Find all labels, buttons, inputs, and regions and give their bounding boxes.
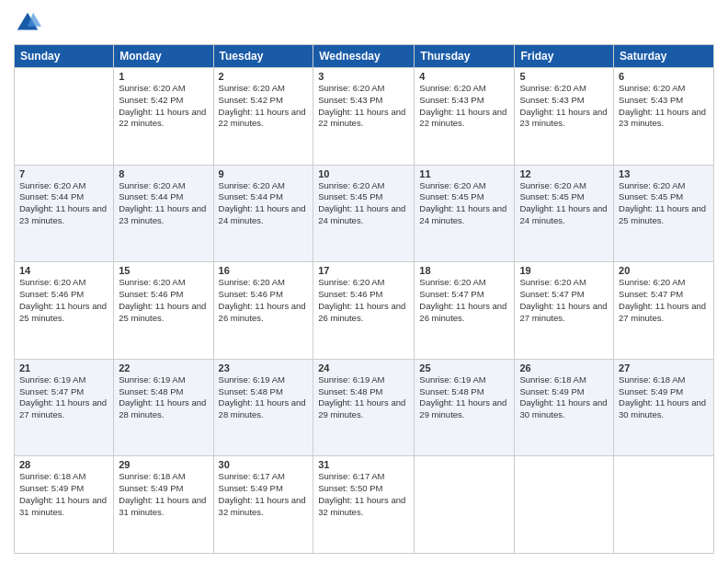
day-info: Sunrise: 6:20 AMSunset: 5:47 PMDaylight:… — [419, 277, 509, 324]
calendar-cell: 22Sunrise: 6:19 AMSunset: 5:48 PMDayligh… — [114, 359, 213, 456]
day-number: 30 — [219, 459, 309, 470]
day-info: Sunrise: 6:18 AMSunset: 5:49 PMDaylight:… — [619, 374, 709, 421]
calendar-cell: 11Sunrise: 6:20 AMSunset: 5:45 PMDayligh… — [415, 165, 515, 262]
day-info: Sunrise: 6:20 AMSunset: 5:45 PMDaylight:… — [419, 180, 509, 227]
day-number: 23 — [219, 362, 309, 373]
calendar-cell — [415, 456, 515, 554]
calendar-cell: 28Sunrise: 6:18 AMSunset: 5:49 PMDayligh… — [15, 456, 114, 554]
day-info: Sunrise: 6:20 AMSunset: 5:44 PMDaylight:… — [19, 180, 108, 227]
day-number: 16 — [219, 265, 309, 276]
day-info: Sunrise: 6:19 AMSunset: 5:48 PMDaylight:… — [318, 374, 409, 421]
calendar-table: Sunday Monday Tuesday Wednesday Thursday… — [14, 44, 714, 554]
calendar-cell — [15, 68, 114, 166]
day-info: Sunrise: 6:19 AMSunset: 5:48 PMDaylight:… — [219, 374, 309, 421]
day-info: Sunrise: 6:17 AMSunset: 5:50 PMDaylight:… — [318, 471, 409, 518]
calendar-cell: 19Sunrise: 6:20 AMSunset: 5:47 PMDayligh… — [515, 262, 614, 360]
calendar-cell: 4Sunrise: 6:20 AMSunset: 5:43 PMDaylight… — [415, 68, 515, 166]
calendar-cell: 2Sunrise: 6:20 AMSunset: 5:42 PMDaylight… — [213, 68, 313, 166]
calendar-cell: 10Sunrise: 6:20 AMSunset: 5:45 PMDayligh… — [313, 165, 415, 262]
calendar-week-row: 28Sunrise: 6:18 AMSunset: 5:49 PMDayligh… — [15, 456, 714, 554]
calendar-cell: 30Sunrise: 6:17 AMSunset: 5:49 PMDayligh… — [213, 456, 313, 554]
calendar-cell: 21Sunrise: 6:19 AMSunset: 5:47 PMDayligh… — [15, 359, 114, 456]
day-info: Sunrise: 6:17 AMSunset: 5:49 PMDaylight:… — [219, 471, 309, 518]
calendar-week-row: 21Sunrise: 6:19 AMSunset: 5:47 PMDayligh… — [15, 359, 714, 456]
calendar-cell — [515, 456, 614, 554]
calendar-cell: 31Sunrise: 6:17 AMSunset: 5:50 PMDayligh… — [313, 456, 415, 554]
day-info: Sunrise: 6:20 AMSunset: 5:43 PMDaylight:… — [419, 83, 509, 130]
calendar-cell: 6Sunrise: 6:20 AMSunset: 5:43 PMDaylight… — [614, 68, 714, 166]
day-number: 27 — [619, 362, 709, 373]
day-number: 5 — [519, 71, 609, 82]
day-info: Sunrise: 6:20 AMSunset: 5:46 PMDaylight:… — [19, 277, 108, 324]
day-number: 6 — [619, 71, 709, 82]
calendar-cell: 29Sunrise: 6:18 AMSunset: 5:49 PMDayligh… — [114, 456, 213, 554]
day-number: 25 — [419, 362, 509, 373]
calendar-cell: 1Sunrise: 6:20 AMSunset: 5:42 PMDaylight… — [114, 68, 213, 166]
day-info: Sunrise: 6:20 AMSunset: 5:45 PMDaylight:… — [318, 180, 409, 227]
day-number: 13 — [619, 168, 709, 179]
day-number: 18 — [419, 265, 509, 276]
day-info: Sunrise: 6:20 AMSunset: 5:47 PMDaylight:… — [519, 277, 609, 324]
day-info: Sunrise: 6:20 AMSunset: 5:42 PMDaylight:… — [219, 83, 309, 130]
header-monday: Monday — [114, 45, 213, 68]
calendar-cell: 18Sunrise: 6:20 AMSunset: 5:47 PMDayligh… — [415, 262, 515, 360]
day-info: Sunrise: 6:20 AMSunset: 5:47 PMDaylight:… — [619, 277, 709, 324]
calendar-cell: 3Sunrise: 6:20 AMSunset: 5:43 PMDaylight… — [313, 68, 415, 166]
day-number: 20 — [619, 265, 709, 276]
day-number: 8 — [119, 168, 208, 179]
calendar-week-row: 7Sunrise: 6:20 AMSunset: 5:44 PMDaylight… — [15, 165, 714, 262]
logo — [14, 9, 45, 37]
day-number: 28 — [19, 459, 108, 470]
day-info: Sunrise: 6:20 AMSunset: 5:44 PMDaylight:… — [219, 180, 309, 227]
day-number: 2 — [219, 71, 309, 82]
header-tuesday: Tuesday — [213, 45, 313, 68]
calendar-cell: 17Sunrise: 6:20 AMSunset: 5:46 PMDayligh… — [313, 262, 415, 360]
calendar-cell: 15Sunrise: 6:20 AMSunset: 5:46 PMDayligh… — [114, 262, 213, 360]
day-number: 15 — [119, 265, 208, 276]
calendar-cell: 9Sunrise: 6:20 AMSunset: 5:44 PMDaylight… — [213, 165, 313, 262]
header-saturday: Saturday — [614, 45, 714, 68]
day-number: 29 — [119, 459, 208, 470]
header-thursday: Thursday — [415, 45, 515, 68]
day-info: Sunrise: 6:19 AMSunset: 5:48 PMDaylight:… — [119, 374, 208, 421]
day-number: 11 — [419, 168, 509, 179]
day-number: 21 — [19, 362, 108, 373]
day-number: 10 — [318, 168, 409, 179]
calendar-cell: 16Sunrise: 6:20 AMSunset: 5:46 PMDayligh… — [213, 262, 313, 360]
day-number: 1 — [119, 71, 208, 82]
calendar-cell: 27Sunrise: 6:18 AMSunset: 5:49 PMDayligh… — [614, 359, 714, 456]
day-number: 19 — [519, 265, 609, 276]
calendar-cell: 20Sunrise: 6:20 AMSunset: 5:47 PMDayligh… — [614, 262, 714, 360]
day-info: Sunrise: 6:20 AMSunset: 5:46 PMDaylight:… — [318, 277, 409, 324]
day-info: Sunrise: 6:18 AMSunset: 5:49 PMDaylight:… — [19, 471, 108, 518]
calendar-cell: 8Sunrise: 6:20 AMSunset: 5:44 PMDaylight… — [114, 165, 213, 262]
calendar-week-row: 14Sunrise: 6:20 AMSunset: 5:46 PMDayligh… — [15, 262, 714, 360]
day-info: Sunrise: 6:18 AMSunset: 5:49 PMDaylight:… — [119, 471, 208, 518]
header-wednesday: Wednesday — [313, 45, 415, 68]
calendar-header-row: Sunday Monday Tuesday Wednesday Thursday… — [15, 45, 714, 68]
day-info: Sunrise: 6:20 AMSunset: 5:46 PMDaylight:… — [119, 277, 208, 324]
day-info: Sunrise: 6:20 AMSunset: 5:45 PMDaylight:… — [619, 180, 709, 227]
day-number: 7 — [19, 168, 108, 179]
calendar-cell: 14Sunrise: 6:20 AMSunset: 5:46 PMDayligh… — [15, 262, 114, 360]
day-info: Sunrise: 6:20 AMSunset: 5:43 PMDaylight:… — [619, 83, 709, 130]
day-info: Sunrise: 6:20 AMSunset: 5:45 PMDaylight:… — [519, 180, 609, 227]
header — [14, 9, 714, 37]
day-info: Sunrise: 6:20 AMSunset: 5:43 PMDaylight:… — [519, 83, 609, 130]
day-info: Sunrise: 6:18 AMSunset: 5:49 PMDaylight:… — [519, 374, 609, 421]
day-info: Sunrise: 6:19 AMSunset: 5:48 PMDaylight:… — [419, 374, 509, 421]
calendar-cell — [614, 456, 714, 554]
day-info: Sunrise: 6:20 AMSunset: 5:43 PMDaylight:… — [318, 83, 409, 130]
calendar-cell: 7Sunrise: 6:20 AMSunset: 5:44 PMDaylight… — [15, 165, 114, 262]
calendar-cell: 13Sunrise: 6:20 AMSunset: 5:45 PMDayligh… — [614, 165, 714, 262]
day-number: 31 — [318, 459, 409, 470]
day-number: 17 — [318, 265, 409, 276]
day-info: Sunrise: 6:19 AMSunset: 5:47 PMDaylight:… — [19, 374, 108, 421]
day-number: 24 — [318, 362, 409, 373]
page: Sunday Monday Tuesday Wednesday Thursday… — [0, 0, 728, 563]
day-info: Sunrise: 6:20 AMSunset: 5:42 PMDaylight:… — [119, 83, 208, 130]
day-number: 26 — [519, 362, 609, 373]
day-number: 12 — [519, 168, 609, 179]
calendar-cell: 25Sunrise: 6:19 AMSunset: 5:48 PMDayligh… — [415, 359, 515, 456]
header-sunday: Sunday — [15, 45, 114, 68]
